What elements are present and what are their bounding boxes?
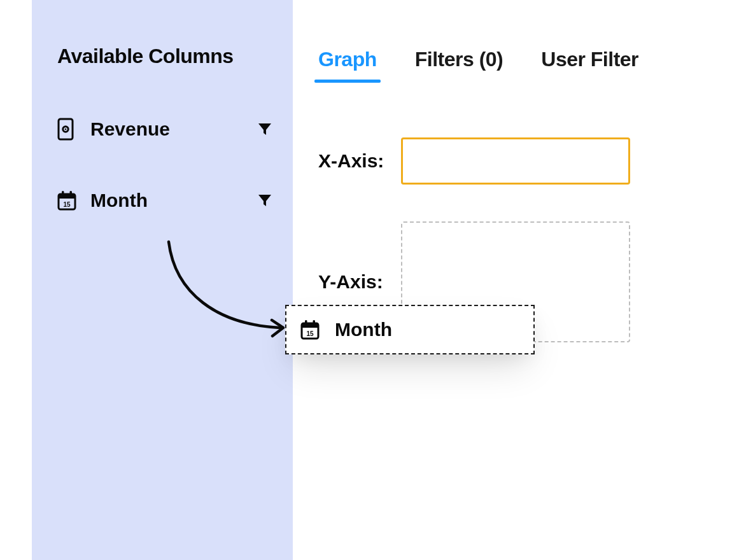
- svg-rect-4: [59, 194, 75, 199]
- tab-filters[interactable]: Filters (0): [415, 48, 503, 81]
- available-columns-panel: Available Columns Revenue: [32, 0, 293, 560]
- filter-icon[interactable]: [256, 192, 274, 209]
- config-tabs: Graph Filters (0) User Filter: [318, 48, 694, 81]
- column-label: Month: [90, 190, 256, 211]
- config-panel: Graph Filters (0) User Filter X-Axis: Y-…: [293, 0, 713, 560]
- svg-rect-6: [70, 191, 73, 196]
- column-item-month[interactable]: 15 Month: [57, 184, 274, 217]
- drag-ghost-label: Month: [335, 319, 519, 340]
- tab-user-filter[interactable]: User Filter: [541, 48, 638, 81]
- column-item-revenue[interactable]: Revenue: [57, 113, 274, 146]
- drag-ghost-month[interactable]: 15 Month: [285, 305, 535, 354]
- svg-text:15: 15: [63, 201, 71, 208]
- svg-rect-9: [302, 323, 318, 328]
- tab-graph[interactable]: Graph: [318, 48, 377, 81]
- app-stage: Available Columns Revenue: [32, 0, 713, 560]
- svg-text:15: 15: [306, 330, 314, 337]
- x-axis-label: X-Axis:: [318, 150, 401, 172]
- money-icon: [57, 118, 79, 141]
- column-label: Revenue: [90, 118, 256, 140]
- svg-point-2: [65, 129, 67, 130]
- calendar-icon: 15: [57, 190, 79, 211]
- svg-rect-10: [305, 320, 307, 325]
- calendar-icon: 15: [300, 319, 322, 340]
- filter-icon[interactable]: [256, 120, 274, 138]
- x-axis-dropzone[interactable]: [401, 137, 630, 185]
- available-columns-title: Available Columns: [57, 45, 274, 68]
- y-axis-label: Y-Axis:: [318, 271, 401, 293]
- x-axis-row: X-Axis:: [318, 137, 694, 185]
- svg-rect-11: [313, 320, 316, 325]
- svg-rect-5: [62, 191, 64, 196]
